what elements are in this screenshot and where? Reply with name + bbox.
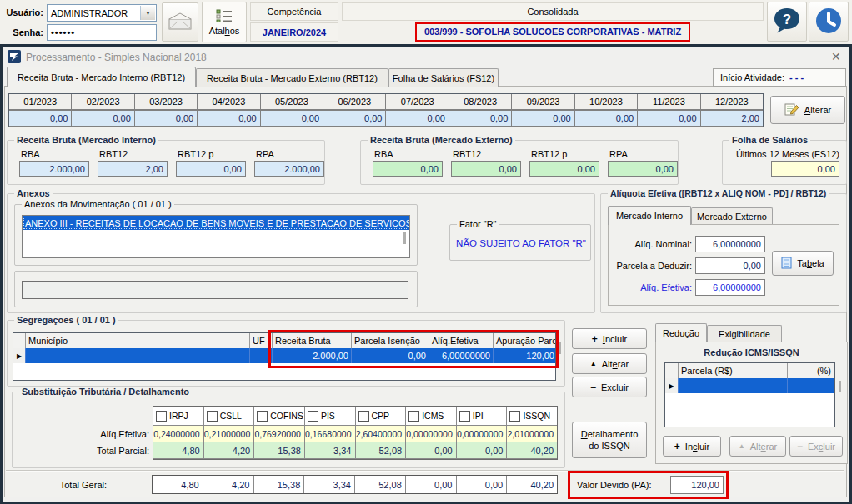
top-toolbar: Usuário: ADMINISTRADOR ▼ Senha: •••••• [0,0,852,44]
anexo-list-item-selected[interactable]: ANEXO III - RECEITAS DE LOCACAO DE BENS … [23,216,409,230]
user-label: Usuário: [0,7,43,17]
close-icon[interactable]: ✕ [831,51,841,62]
aliq-cell: 0,16680000 [305,426,355,442]
reducao-excluir-button[interactable]: − Excluir [789,436,843,457]
total-geral-cell: 0,00 [457,476,507,493]
aliq-cell: 2,01000000 [507,426,557,442]
month-value-cell: 0,00 [386,111,448,126]
group-title: Alíquota Efetiva ([RBT12 x ALIQ NOM - PD… [608,188,829,199]
group-title: Folha de Salários [729,135,810,146]
tabela-label: Tabela [797,258,824,268]
csll-checkbox[interactable] [207,411,218,422]
parcela-deduzir-field: 0,00 [695,257,765,274]
consolidada-header: Consolidada [342,2,764,21]
segregacoes-scrollbar[interactable] [559,342,561,354]
month-column-header: 03/2023 [135,94,197,109]
cell-percent [788,378,834,393]
mail-button[interactable] [162,2,198,42]
irpj-checkbox[interactable] [156,411,167,422]
tax-column-header: IPI [457,407,507,425]
cell-apuracao-parcial: 120,00 [494,348,556,363]
segregacoes-alterar-button[interactable]: ▲ Alterar [572,353,647,374]
anexos-listbox[interactable]: ANEXO III - RECEITAS DE LOCACAO DE BENS … [22,215,410,258]
month-column-header: 12/2023 [701,94,763,109]
cell-receita-bruta: 2.000,00 [273,348,351,363]
cpp-checkbox[interactable] [358,411,369,422]
month-column-header: 05/2023 [261,94,323,109]
reducao-incluir-button[interactable]: + Incluir [663,436,721,457]
col-parcela-isencao: Parcela Isenção [352,333,429,348]
month-value-cell: 0,00 [323,111,385,126]
detalhamento-issqn-button[interactable]: Detalhamento do ISSQN [572,422,647,458]
total-geral-cell: 0,00 [406,476,456,493]
months-alterar-button[interactable]: Alterar [770,96,845,124]
icms-checkbox[interactable] [408,411,419,422]
total-parcial-cell: 3,34 [305,442,355,458]
parcela-deduzir-label: Parcela a Deduzir: [609,261,692,271]
rbt12-field: 2,00 [98,161,168,177]
history-button[interactable] [809,2,849,42]
group-fator-r: Fator "R" NÃO SUJEITO AO FATOR "R" [449,224,591,261]
tax-column-header: PIS [305,407,355,425]
month-value-cell: 0,00 [198,111,259,126]
fs12-label: Últimos 12 Meses (FS12) [729,149,839,159]
col-municipio: Município [26,333,249,348]
pis-checkbox[interactable] [308,411,318,422]
substituicao-grid: IRPJ CSLL COFINS PIS CPP ICMS IPI ISSQN … [153,406,558,460]
total-geral-cell: 4,20 [203,476,253,493]
chevron-down-icon[interactable]: ▼ [140,6,155,20]
app-window: Usuário: ADMINISTRADOR ▼ Senha: •••••• [0,0,852,504]
reducao-selected-row[interactable]: ▶ [665,378,834,393]
subtab-mercado-externo[interactable]: Mercado Externo [691,207,773,225]
month-value-cell: 2,00 [701,111,763,126]
reducao-scrollbar[interactable] [839,381,841,392]
group-title: Anexos da Movimentação ( 01 / 01 ) [22,199,174,210]
total-parcial-cell: 15,38 [254,442,304,458]
group-aliquota-efetiva: Alíquota Efetiva ([RBT12 x ALIQ NOM - PD… [600,193,847,313]
rba-label: RBA [374,149,393,159]
group-mercado-interno: Receita Bruta (Mercado Interno) RBA RBT1… [7,140,325,185]
subtab-exigibilidade[interactable]: Exigibilidade [707,325,782,342]
cofins-checkbox[interactable] [257,411,268,422]
tab-mercado-interno[interactable]: Receita Bruta - Mercado Interno (RBT12) [7,67,196,87]
aliq-nominal-field: 6,00000000 [695,236,765,252]
month-column-header: 02/2023 [72,94,133,109]
col-percent: (%) [788,363,834,378]
total-parcial-cell: 52,08 [356,442,406,458]
company-cell[interactable]: 003/999 - SOFOLHA SOLUCOES CORPORATIVAS … [342,22,764,42]
segregacoes-incluir-button[interactable]: + Incluir [572,328,647,349]
total-geral-label: Total Geral: [23,480,107,490]
processamento-window: Processamento - Simples Nacional 2018 ✕ … [0,44,852,504]
row-selector-header [665,363,678,378]
group-segregacoes: Segregações ( 01 / 01 ) Município UF Rec… [7,320,565,387]
reducao-alterar-button[interactable]: ▲ Alterar [729,436,786,457]
tab-mercado-externo[interactable]: Receita Bruta - Mercado Externo (RBT12) [196,68,388,87]
tab-folha-salarios[interactable]: Folha de Salários (FS12) [388,68,499,87]
segregacoes-selected-row[interactable]: ▶ 2.000,00 0,00 6,00000000 120,00 [13,348,555,363]
svg-text:?: ? [783,12,791,27]
password-input[interactable]: •••••• [47,24,157,41]
segregacoes-excluir-button[interactable]: − Excluir [572,377,647,397]
aliq-efetiva-label: Alíq. Efetiva: [609,282,692,292]
row-marker-icon: ▶ [13,348,25,363]
tabela-button[interactable]: Tabela [772,251,834,276]
subtab-mercado-interno[interactable]: Mercado Interno [608,206,691,225]
reducao-table: Parcela (R$) (%) ▶ [664,362,835,427]
aliq-cell: 2,60400000 [356,426,406,442]
aliq-nominal-label: Alíq. Nominal: [609,239,692,249]
listbox-scrollbar[interactable] [403,232,406,244]
competencia-value-cell[interactable]: JANEIRO/2024 [250,22,338,42]
user-select[interactable]: ADMINISTRADOR ▼ [47,4,157,22]
subst-aliq-label: Alíq.Efetiva: [46,429,149,439]
issqn-checkbox[interactable] [509,411,520,422]
month-value-cell: 0,00 [575,111,637,126]
subtab-reducao[interactable]: Redução [655,323,707,342]
incluir-label: Incluir [603,334,627,344]
help-button[interactable]: ? [767,2,807,42]
atalhos-button[interactable]: Atalhos [202,2,247,42]
highlight-box-company: 003/999 - SOFOLHA SOLUCOES CORPORATIVAS … [415,22,690,42]
excluir-label: Excluir [808,442,835,452]
ipi-checkbox[interactable] [459,411,470,422]
total-parcial-cell: 40,20 [507,442,557,458]
competencia-value: JANEIRO/2024 [263,27,326,37]
